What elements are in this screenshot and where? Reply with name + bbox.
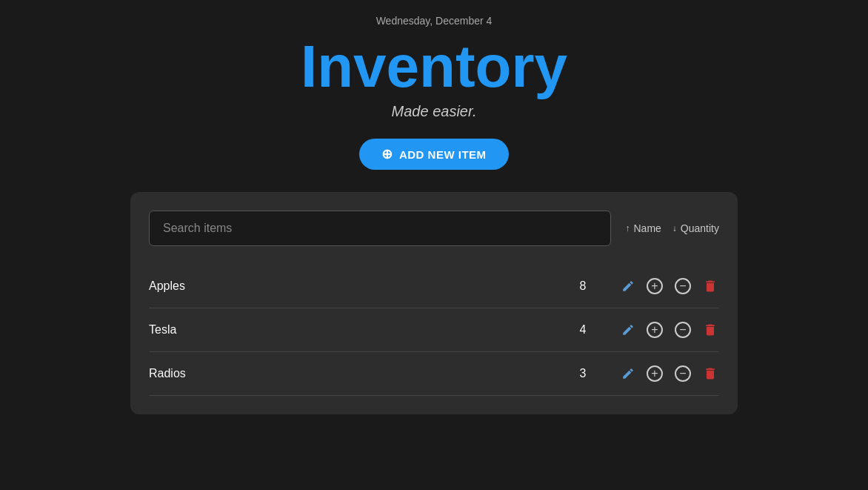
sort-by-quantity-button[interactable]: ↓ Quantity xyxy=(672,222,719,234)
increment-icon: + xyxy=(647,322,663,338)
table-row: Tesla 4 + − xyxy=(149,308,719,352)
item-quantity: 3 xyxy=(561,367,605,380)
increment-button[interactable]: + xyxy=(645,320,664,340)
sort-name-arrow: ↑ xyxy=(626,223,630,234)
items-list: Apples 8 + − xyxy=(149,265,719,396)
edit-icon xyxy=(621,367,635,380)
delete-icon xyxy=(703,322,718,337)
increment-button[interactable]: + xyxy=(645,364,664,383)
decrement-button[interactable]: − xyxy=(673,277,692,296)
add-new-item-button[interactable]: ⊕ ADD NEW ITEM xyxy=(359,139,508,170)
delete-button[interactable] xyxy=(701,277,719,295)
search-input[interactable] xyxy=(149,211,611,246)
item-name: Radios xyxy=(149,367,561,380)
edit-button[interactable] xyxy=(620,365,636,382)
decrement-button[interactable]: − xyxy=(673,364,692,383)
app-subtitle: Made easier. xyxy=(392,103,477,120)
edit-button[interactable] xyxy=(620,322,636,338)
edit-button[interactable] xyxy=(620,278,636,294)
item-quantity: 8 xyxy=(561,279,605,293)
edit-icon xyxy=(621,323,635,337)
table-row: Radios 3 + − xyxy=(149,352,719,396)
date-text: Wednesday, December 4 xyxy=(376,15,493,27)
date-display: Wednesday, December 4 xyxy=(376,15,493,27)
table-row: Apples 8 + − xyxy=(149,265,719,308)
sort-quantity-arrow: ↓ xyxy=(672,223,677,234)
sort-name-label: Name xyxy=(634,222,661,234)
delete-button[interactable] xyxy=(701,365,719,383)
item-actions: + − xyxy=(620,320,719,340)
search-sort-row: ↑ Name ↓ Quantity xyxy=(149,211,719,246)
increment-icon: + xyxy=(647,278,663,294)
item-name: Apples xyxy=(149,279,561,293)
delete-icon xyxy=(703,279,718,294)
item-actions: + − xyxy=(620,364,719,383)
inventory-panel: ↑ Name ↓ Quantity Apples 8 + xyxy=(130,192,738,414)
item-actions: + − xyxy=(620,277,719,296)
item-quantity: 4 xyxy=(561,323,605,337)
delete-icon xyxy=(703,366,718,381)
add-button-icon: ⊕ xyxy=(381,148,393,161)
decrement-icon: − xyxy=(675,322,691,338)
sort-by-name-button[interactable]: ↑ Name xyxy=(626,222,661,234)
sort-controls: ↑ Name ↓ Quantity xyxy=(626,222,720,234)
decrement-icon: − xyxy=(675,278,691,294)
edit-icon xyxy=(621,279,635,293)
decrement-icon: − xyxy=(675,365,691,382)
increment-icon: + xyxy=(647,365,663,382)
app-title: Inventory xyxy=(301,34,567,99)
add-button-label: ADD NEW ITEM xyxy=(399,148,487,161)
decrement-button[interactable]: − xyxy=(673,320,692,340)
increment-button[interactable]: + xyxy=(645,277,664,296)
item-name: Tesla xyxy=(149,323,561,337)
delete-button[interactable] xyxy=(701,321,719,339)
sort-quantity-label: Quantity xyxy=(681,222,719,234)
